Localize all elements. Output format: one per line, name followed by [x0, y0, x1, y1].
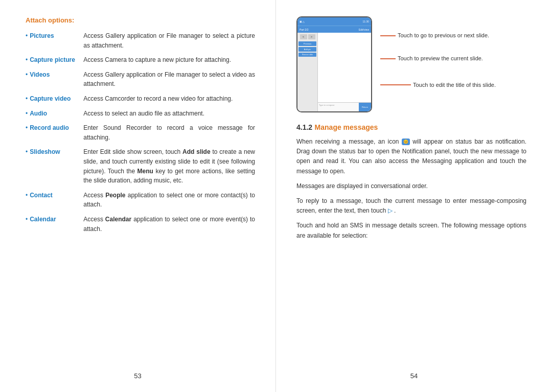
section-title-text: Manage messages — [315, 123, 378, 131]
annotation-line-1 — [380, 35, 396, 36]
page-number: 54 — [410, 372, 418, 380]
list-item: • Contact Access People application to s… — [26, 191, 255, 210]
annotation-line-3 — [380, 84, 411, 85]
option-desc: Access Calendar application to select on… — [83, 215, 255, 234]
option-desc: Enter Sound Recorder to record a voice m… — [83, 123, 255, 142]
option-label: Audio — [30, 109, 83, 119]
nav-arrows: < > — [298, 34, 316, 39]
bullet-icon: • — [26, 109, 28, 119]
header-text: Part 2/2 — [300, 28, 309, 31]
options-list: • Pictures Access Gallery application or… — [26, 31, 255, 234]
phone-status-bar: ▣ △ 11:30 — [297, 17, 371, 26]
add-pic-btn: Add pic — [298, 47, 316, 52]
option-label: Pictures — [30, 31, 83, 50]
smiley-icon: 😊 — [402, 139, 410, 145]
phone-sidebar: < > Previous Add pic Remove slide — [297, 33, 318, 111]
phone-mockup: ▣ △ 11:30 Part 2/2 Edit/view — [296, 16, 372, 112]
option-label: Capture video — [30, 94, 83, 104]
phone-body: < > Previous Add pic Remove slide — [297, 33, 371, 111]
option-label: Slideshow — [30, 147, 83, 185]
option-desc: Access Camcorder to record a new video f… — [83, 94, 233, 104]
list-item: • Audio Access to select an audio file a… — [26, 109, 255, 119]
annotation-1: Touch to go to previous or next slide. — [380, 32, 496, 39]
phone-diagram: ▣ △ 11:30 Part 2/2 Edit/view — [296, 16, 526, 112]
annotation-text-2: Touch to preview the current slide. — [398, 55, 483, 62]
phone-main-content: Type to compose Return — [318, 33, 371, 111]
option-desc: Access People application to select one … — [83, 191, 255, 210]
option-desc: Access Gallery application or File manag… — [83, 70, 255, 89]
slide-area — [318, 33, 371, 102]
section-number: 4.1.2 — [296, 123, 312, 131]
right-page: ▣ △ 11:30 Part 2/2 Edit/view — [276, 0, 552, 392]
paragraph-2: Messages are displayed in conversational… — [296, 181, 526, 191]
option-label: Contact — [30, 191, 83, 210]
diagram-area: ▣ △ 11:30 Part 2/2 Edit/view — [296, 16, 526, 112]
remove-slide-btn: Remove slide — [298, 53, 316, 57]
send-arrow-icon: ▷ — [388, 206, 393, 216]
bullet-icon: • — [26, 94, 28, 104]
section-heading: 4.1.2 Manage messages — [296, 123, 526, 132]
left-page: Attach options: • Pictures Access Galler… — [0, 0, 276, 392]
annotations: Touch to go to previous or next slide. T… — [380, 16, 496, 89]
paragraph-1: When receiving a message, an icon 😊 will… — [296, 137, 526, 176]
prev-arrow: < — [300, 34, 307, 39]
send-button: Return — [359, 103, 371, 111]
compose-input: Type to compose — [318, 103, 359, 111]
list-item: • Videos Access Gallery application or F… — [26, 70, 255, 89]
list-item: • Capture video Access Camcorder to reco… — [26, 94, 255, 104]
list-item: • Slideshow Enter Edit slide show screen… — [26, 147, 255, 185]
list-item: • Record audio Enter Sound Recorder to r… — [26, 123, 255, 142]
option-label: Calendar — [30, 215, 83, 234]
annotation-2: Touch to preview the current slide. — [380, 55, 496, 62]
paragraph-4: Touch and hold an SMS in message details… — [296, 221, 526, 240]
bullet-icon: • — [26, 215, 28, 234]
bullet-icon: • — [26, 123, 28, 142]
bullet-icon: • — [26, 70, 28, 89]
section-title: Attach options: — [26, 16, 255, 24]
compose-bar: Type to compose Return — [318, 102, 371, 111]
page-spread: Attach options: • Pictures Access Galler… — [0, 0, 552, 392]
edit-label: Edit/view — [359, 28, 369, 31]
preview-btn: Previous — [298, 41, 316, 46]
option-desc: Access Gallery application or File manag… — [83, 31, 255, 50]
bullet-icon: • — [26, 31, 28, 50]
option-desc: Enter Edit slide show screen, touch Add … — [83, 147, 255, 185]
paragraph-3: To reply to a message, touch the current… — [296, 196, 526, 216]
next-arrow: > — [308, 34, 315, 39]
bullet-icon: • — [26, 147, 28, 185]
option-desc: Access to select an audio file as attach… — [83, 109, 204, 119]
list-item: • Pictures Access Gallery application or… — [26, 31, 255, 50]
option-label: Capture picture — [30, 55, 83, 65]
list-item: • Capture picture Access Camera to captu… — [26, 55, 255, 65]
bullet-icon: • — [26, 191, 28, 210]
phone-header: Part 2/2 Edit/view — [297, 26, 371, 33]
annotation-line-2 — [380, 58, 396, 59]
annotation-text-1: Touch to go to previous or next slide. — [398, 32, 489, 39]
bullet-icon: • — [26, 55, 28, 65]
status-icons: ▣ △ — [300, 20, 305, 23]
annotation-text-3: Touch to edit the title of this slide. — [413, 81, 496, 89]
annotation-3: Touch to edit the title of this slide. — [380, 81, 496, 89]
list-item: • Calendar Access Calendar application t… — [26, 215, 255, 234]
option-desc: Access Camera to capture a new picture f… — [83, 55, 231, 65]
page-number: 53 — [134, 372, 141, 380]
status-time: 11:30 — [362, 20, 369, 23]
option-label: Record audio — [30, 123, 83, 142]
option-label: Videos — [30, 70, 83, 89]
